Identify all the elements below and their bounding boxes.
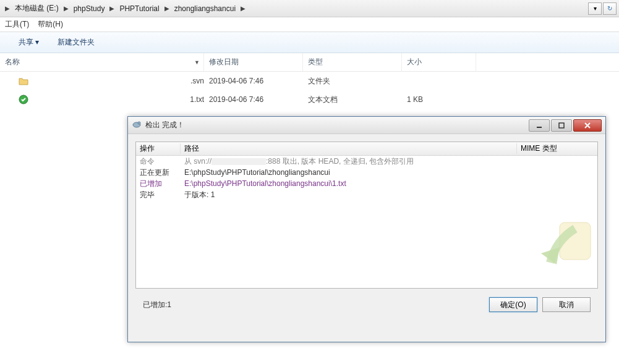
log-path: E:\phpStudy\PHPTutorial\zhongliangshancu… (181, 168, 517, 177)
share-button[interactable]: 共享 ▾ (19, 37, 39, 48)
column-size[interactable]: 大小 (402, 53, 476, 71)
minimize-button[interactable] (529, 119, 550, 132)
log-header: 操作 路径 MIME 类型 (136, 142, 597, 156)
file-modified: 2019-04-06 7:46 (204, 90, 303, 109)
maximize-button[interactable] (551, 119, 572, 132)
breadcrumb-segment[interactable]: phpStudy (71, 3, 108, 14)
file-name: .svn (190, 77, 204, 85)
chevron-right-icon: ▶ (164, 5, 169, 12)
breadcrumb-segment[interactable]: PHPTutorial (117, 3, 161, 14)
file-row[interactable]: 1.txt 2019-04-06 7:46 文本文档 1 KB (0, 90, 619, 109)
menu-bar: 工具(T) 帮助(H) (0, 17, 619, 32)
redacted-host (211, 158, 266, 165)
column-name[interactable]: 名称 ▼ (0, 53, 204, 71)
ok-button[interactable]: 确定(O) (489, 297, 537, 312)
added-count-label: 已增加:1 (143, 300, 171, 310)
folder-icon (19, 76, 28, 86)
list-header: 名称 ▼ 修改日期 类型 大小 (0, 53, 619, 72)
svg-point-2 (138, 122, 140, 124)
breadcrumb-segment[interactable]: 本地磁盘 (E:) (12, 2, 61, 15)
log-path: 从 svn://:888 取出, 版本 HEAD, 全递归, 包含外部引用 (181, 156, 517, 167)
log-row[interactable]: 正在更新E:\phpStudy\PHPTutorial\zhongliangsh… (136, 167, 597, 178)
new-folder-button[interactable]: 新建文件夹 (58, 37, 95, 48)
log-row[interactable]: 命令从 svn://:888 取出, 版本 HEAD, 全递归, 包含外部引用 (136, 156, 597, 167)
file-row[interactable]: .svn 2019-04-06 7:46 文件夹 (0, 72, 619, 90)
log-path: 于版本: 1 (181, 190, 517, 200)
explorer-toolbar: 共享 ▾ 新建文件夹 (0, 32, 619, 53)
log-op: 完毕 (136, 190, 181, 200)
log-path: E:\phpStudy\PHPTutorial\zhongliangshancu… (181, 179, 517, 188)
file-size: 1 KB (402, 90, 476, 109)
checkout-dialog: 检出 完成！ 操作 路径 MIME 类型 命令从 svn://:888 取出, … (127, 116, 606, 342)
log-op: 命令 (136, 156, 181, 167)
column-modified[interactable]: 修改日期 (204, 53, 303, 71)
chevron-right-icon: ▶ (64, 5, 69, 12)
dialog-title: 检出 完成！ (145, 120, 525, 130)
log-op: 已增加 (136, 179, 181, 189)
log-list: 操作 路径 MIME 类型 命令从 svn://:888 取出, 版本 HEAD… (135, 142, 598, 289)
menu-tools[interactable]: 工具(T) (5, 19, 29, 30)
column-name-label: 名称 (5, 57, 20, 67)
file-type: 文件夹 (303, 72, 402, 90)
log-col-path[interactable]: 路径 (181, 143, 517, 154)
tortoise-icon (132, 119, 142, 131)
log-row[interactable]: 已增加E:\phpStudy\PHPTutorial\zhongliangsha… (136, 178, 597, 189)
file-name: 1.txt (190, 95, 204, 104)
cancel-button[interactable]: 取消 (542, 297, 591, 312)
download-arrow-watermark-icon (526, 216, 594, 284)
column-type[interactable]: 类型 (303, 53, 402, 71)
refresh-button[interactable]: ↻ (603, 2, 617, 15)
sort-caret-icon: ▼ (194, 59, 200, 66)
close-button[interactable] (573, 119, 602, 132)
log-op: 正在更新 (136, 167, 181, 178)
address-dropdown-button[interactable]: ▾ (588, 2, 602, 15)
file-modified: 2019-04-06 7:46 (204, 72, 303, 90)
log-col-op[interactable]: 操作 (136, 143, 181, 154)
chevron-right-icon: ▶ (241, 5, 245, 12)
breadcrumb-segment[interactable]: zhongliangshancui (172, 3, 238, 14)
chevron-right-icon: ▶ (5, 5, 10, 12)
file-size (402, 72, 476, 90)
log-row[interactable]: 完毕于版本: 1 (136, 189, 597, 200)
log-col-mime[interactable]: MIME 类型 (517, 143, 597, 154)
text-file-icon (19, 95, 28, 104)
address-bar: ▶ 本地磁盘 (E:) ▶ phpStudy ▶ PHPTutorial ▶ z… (0, 0, 619, 17)
menu-help[interactable]: 帮助(H) (38, 19, 63, 30)
svg-rect-4 (559, 123, 564, 128)
dialog-titlebar[interactable]: 检出 完成！ (128, 117, 605, 134)
file-type: 文本文档 (303, 90, 402, 109)
chevron-right-icon: ▶ (109, 5, 114, 12)
